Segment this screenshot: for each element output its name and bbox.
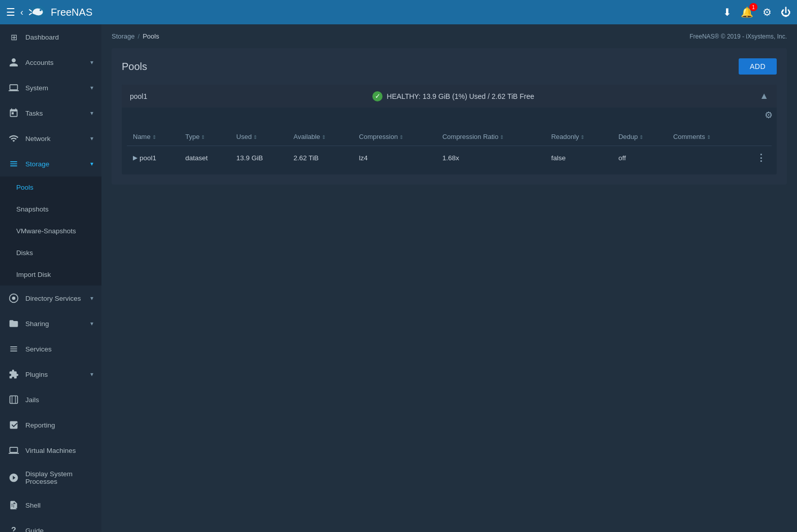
back-navigation-icon[interactable]: ‹ bbox=[20, 7, 23, 18]
sidebar: ⊞ Dashboard Accounts ▾ System ▾ Tasks ▾ bbox=[0, 24, 101, 532]
download-icon[interactable]: ⬇ bbox=[723, 6, 732, 18]
sidebar-item-sharing[interactable]: Sharing ▾ bbox=[0, 311, 101, 336]
cell-compression: lz4 bbox=[353, 146, 436, 170]
shell-icon bbox=[8, 500, 19, 511]
sidebar-item-label: Storage bbox=[25, 160, 84, 168]
sidebar-item-import-disk[interactable]: Import Disk bbox=[0, 264, 101, 286]
sidebar-sub-label: Pools bbox=[16, 184, 93, 191]
pools-header: Pools ADD bbox=[122, 58, 777, 75]
pool-status-text: HEALTHY: 13.9 GiB (1%) Used / 2.62 TiB F… bbox=[387, 92, 534, 100]
sidebar-item-guide[interactable]: ? Guide bbox=[0, 518, 101, 532]
col-header-type[interactable]: Type⇕ bbox=[179, 128, 230, 146]
col-header-compression[interactable]: Compression⇕ bbox=[353, 128, 436, 146]
pool-row: pool1 ✓ HEALTHY: 13.9 GiB (1%) Used / 2.… bbox=[122, 85, 777, 174]
sidebar-item-virtual-machines[interactable]: Virtual Machines bbox=[0, 438, 101, 463]
tasks-icon bbox=[8, 108, 19, 119]
expand-arrow-icon: ▾ bbox=[90, 160, 93, 167]
col-header-used[interactable]: Used⇕ bbox=[230, 128, 288, 146]
cell-name: ▶ pool1 bbox=[127, 146, 179, 170]
sidebar-item-label: Sharing bbox=[25, 320, 84, 328]
sidebar-item-dashboard[interactable]: ⊞ Dashboard bbox=[0, 24, 101, 50]
sidebar-item-reporting[interactable]: Reporting bbox=[0, 412, 101, 438]
sharing-icon bbox=[8, 318, 19, 329]
sidebar-item-label: Accounts bbox=[25, 59, 84, 66]
cell-type: dataset bbox=[179, 146, 230, 170]
virtual-machines-icon bbox=[8, 445, 19, 456]
cell-used: 13.9 GiB bbox=[230, 146, 288, 170]
table-row: ▶ pool1 dataset 13.9 GiB 2.62 TiB lz4 1.… bbox=[127, 146, 772, 170]
sidebar-item-display-system-processes[interactable]: Display System Processes bbox=[0, 463, 101, 492]
guide-icon: ? bbox=[8, 525, 19, 532]
sidebar-item-disks[interactable]: Disks bbox=[0, 242, 101, 264]
sidebar-item-snapshots[interactable]: Snapshots bbox=[0, 198, 101, 220]
col-header-readonly[interactable]: Readonly⇕ bbox=[545, 128, 612, 146]
col-header-comments[interactable]: Comments⇕ bbox=[667, 128, 740, 146]
col-header-name[interactable]: Name⇕ bbox=[127, 128, 179, 146]
app-logo: FreeNAS bbox=[28, 3, 92, 21]
sidebar-item-vmware-snapshots[interactable]: VMware-Snapshots bbox=[0, 220, 101, 242]
add-pool-button[interactable]: ADD bbox=[739, 58, 777, 75]
sidebar-item-directory-services[interactable]: Directory Services ▾ bbox=[0, 286, 101, 311]
pools-card: Pools ADD pool1 ✓ HEALTHY: 13.9 GiB (1%)… bbox=[112, 48, 787, 185]
sidebar-item-jails[interactable]: Jails bbox=[0, 387, 101, 412]
healthy-checkmark-icon: ✓ bbox=[372, 91, 383, 101]
col-header-compression-ratio[interactable]: Compression Ratio⇕ bbox=[436, 128, 545, 146]
expand-arrow-icon: ▾ bbox=[90, 371, 93, 378]
storage-icon bbox=[8, 158, 19, 169]
main-layout: ⊞ Dashboard Accounts ▾ System ▾ Tasks ▾ bbox=[0, 24, 797, 532]
sidebar-item-storage[interactable]: Storage ▾ bbox=[0, 151, 101, 176]
cell-comments bbox=[667, 146, 740, 170]
sidebar-item-shell[interactable]: Shell bbox=[0, 492, 101, 518]
sidebar-sub-label: Disks bbox=[16, 249, 93, 257]
sidebar-sub-label: Snapshots bbox=[16, 205, 93, 213]
row-actions-menu-icon[interactable]: ⋮ bbox=[756, 152, 766, 163]
sidebar-item-label: Jails bbox=[25, 396, 93, 404]
expand-arrow-icon: ▾ bbox=[90, 84, 93, 91]
sidebar-item-system[interactable]: System ▾ bbox=[0, 75, 101, 100]
power-icon[interactable]: ⏻ bbox=[781, 7, 791, 18]
sidebar-item-services[interactable]: Services bbox=[0, 336, 101, 362]
sidebar-item-label: Network bbox=[25, 135, 84, 143]
jails-icon bbox=[8, 394, 19, 405]
network-icon bbox=[8, 133, 19, 144]
sidebar-item-label: Virtual Machines bbox=[25, 447, 93, 454]
sidebar-item-tasks[interactable]: Tasks ▾ bbox=[0, 100, 101, 126]
pool-status: ✓ HEALTHY: 13.9 GiB (1%) Used / 2.62 TiB… bbox=[372, 91, 534, 101]
col-header-dedup[interactable]: Dedup⇕ bbox=[612, 128, 667, 146]
sidebar-item-label: Services bbox=[25, 345, 93, 353]
topbar: ☰ ‹ FreeNAS ⬇ 🔔 1 ⚙ ⏻ bbox=[0, 0, 797, 24]
sidebar-item-pools[interactable]: Pools bbox=[0, 176, 101, 198]
sidebar-item-accounts[interactable]: Accounts ▾ bbox=[0, 50, 101, 75]
sidebar-item-label: Display System Processes bbox=[25, 470, 93, 485]
sidebar-item-label: System bbox=[25, 84, 84, 92]
svg-point-1 bbox=[40, 9, 42, 11]
notifications-icon[interactable]: 🔔 1 bbox=[741, 6, 753, 18]
col-header-available[interactable]: Available⇕ bbox=[288, 128, 353, 146]
system-icon bbox=[8, 82, 19, 93]
table-settings-button[interactable]: ⚙ bbox=[765, 110, 773, 121]
sidebar-item-plugins[interactable]: Plugins ▾ bbox=[0, 362, 101, 387]
sidebar-item-label: Shell bbox=[25, 502, 93, 509]
pool-collapse-icon[interactable]: ▲ bbox=[759, 91, 769, 101]
settings-icon[interactable]: ⚙ bbox=[763, 6, 772, 18]
reporting-icon bbox=[8, 419, 19, 431]
expand-arrow-icon: ▾ bbox=[90, 295, 93, 302]
breadcrumb-current: Pools bbox=[143, 32, 159, 40]
services-icon bbox=[8, 343, 19, 354]
cell-readonly: false bbox=[545, 146, 612, 170]
breadcrumb-storage-link[interactable]: Storage bbox=[112, 32, 135, 40]
pool-header: pool1 ✓ HEALTHY: 13.9 GiB (1%) Used / 2.… bbox=[122, 85, 777, 108]
page-content: Pools ADD pool1 ✓ HEALTHY: 13.9 GiB (1%)… bbox=[101, 48, 797, 532]
sidebar-sub-label: Import Disk bbox=[16, 271, 93, 278]
topbar-left: ☰ ‹ FreeNAS bbox=[6, 3, 92, 21]
expand-arrow-icon: ▾ bbox=[90, 110, 93, 117]
row-expand-icon[interactable]: ▶ bbox=[133, 154, 137, 161]
sidebar-item-network[interactable]: Network ▾ bbox=[0, 126, 101, 151]
accounts-icon bbox=[8, 57, 19, 68]
sidebar-item-label: Guide bbox=[25, 527, 93, 533]
expand-arrow-icon: ▾ bbox=[90, 135, 93, 142]
breadcrumb: Storage / Pools FreeNAS® © 2019 - iXsyst… bbox=[101, 24, 797, 48]
cell-dedup: off bbox=[612, 146, 667, 170]
expand-arrow-icon: ▾ bbox=[90, 320, 93, 327]
hamburger-menu-icon[interactable]: ☰ bbox=[6, 6, 15, 18]
